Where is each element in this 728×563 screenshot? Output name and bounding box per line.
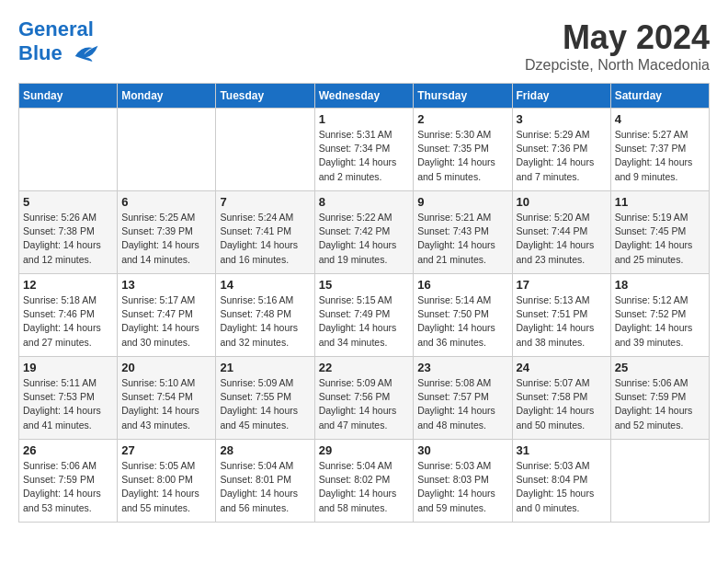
- logo-general: General: [18, 17, 94, 40]
- calendar-cell: 23Sunrise: 5:08 AMSunset: 7:57 PMDayligh…: [414, 357, 512, 440]
- day-info: Sunrise: 5:29 AMSunset: 7:36 PMDaylight:…: [517, 128, 607, 184]
- calendar-cell: 5Sunrise: 5:26 AMSunset: 7:38 PMDaylight…: [19, 191, 118, 274]
- calendar-cell: 18Sunrise: 5:12 AMSunset: 7:52 PMDayligh…: [610, 274, 709, 357]
- day-number: 31: [517, 443, 607, 457]
- day-number: 19: [23, 361, 113, 374]
- calendar-cell: [610, 440, 709, 523]
- day-info: Sunrise: 5:06 AMSunset: 7:59 PMDaylight:…: [23, 459, 113, 515]
- day-number: 5: [23, 195, 113, 209]
- day-number: 15: [319, 278, 410, 292]
- calendar-cell: 31Sunrise: 5:03 AMSunset: 8:04 PMDayligh…: [512, 440, 610, 523]
- header-day-sunday: Sunday: [19, 84, 118, 109]
- calendar-cell: 22Sunrise: 5:09 AMSunset: 7:56 PMDayligh…: [314, 357, 414, 440]
- day-info: Sunrise: 5:03 AMSunset: 8:03 PMDaylight:…: [417, 459, 507, 515]
- day-number: 7: [220, 195, 310, 209]
- calendar-table: SundayMondayTuesdayWednesdayThursdayFrid…: [18, 83, 710, 523]
- week-row-5: 26Sunrise: 5:06 AMSunset: 7:59 PMDayligh…: [19, 440, 710, 523]
- calendar-cell: 24Sunrise: 5:07 AMSunset: 7:58 PMDayligh…: [512, 357, 610, 440]
- day-info: Sunrise: 5:25 AMSunset: 7:39 PMDaylight:…: [121, 211, 211, 267]
- day-info: Sunrise: 5:30 AMSunset: 7:35 PMDaylight:…: [417, 128, 507, 184]
- day-info: Sunrise: 5:09 AMSunset: 7:56 PMDaylight:…: [319, 376, 410, 432]
- day-info: Sunrise: 5:05 AMSunset: 8:00 PMDaylight:…: [121, 459, 211, 515]
- logo: General Blue: [18, 18, 99, 68]
- location-title: Dzepciste, North Macedonia: [525, 57, 710, 74]
- day-info: Sunrise: 5:31 AMSunset: 7:34 PMDaylight:…: [319, 128, 410, 184]
- calendar-cell: 11Sunrise: 5:19 AMSunset: 7:45 PMDayligh…: [610, 191, 709, 274]
- day-number: 30: [417, 443, 507, 457]
- day-info: Sunrise: 5:14 AMSunset: 7:50 PMDaylight:…: [417, 293, 507, 350]
- day-number: 18: [615, 278, 705, 292]
- day-number: 11: [615, 195, 705, 209]
- day-number: 1: [319, 112, 410, 126]
- day-info: Sunrise: 5:19 AMSunset: 7:45 PMDaylight:…: [615, 211, 705, 267]
- calendar-cell: 10Sunrise: 5:20 AMSunset: 7:44 PMDayligh…: [512, 191, 610, 274]
- calendar-cell: 4Sunrise: 5:27 AMSunset: 7:37 PMDaylight…: [610, 109, 709, 191]
- header-day-thursday: Thursday: [414, 84, 512, 109]
- day-number: 28: [220, 443, 310, 457]
- day-number: 20: [121, 361, 211, 374]
- day-number: 6: [121, 195, 211, 209]
- calendar-cell: 28Sunrise: 5:04 AMSunset: 8:01 PMDayligh…: [216, 440, 314, 523]
- month-year-title: May 2024: [525, 18, 710, 57]
- day-info: Sunrise: 5:10 AMSunset: 7:54 PMDaylight:…: [121, 376, 211, 432]
- calendar-cell: 27Sunrise: 5:05 AMSunset: 8:00 PMDayligh…: [118, 440, 216, 523]
- calendar-cell: 26Sunrise: 5:06 AMSunset: 7:59 PMDayligh…: [19, 440, 118, 523]
- day-info: Sunrise: 5:12 AMSunset: 7:52 PMDaylight:…: [615, 293, 705, 350]
- calendar-cell: [19, 109, 118, 191]
- day-number: 22: [319, 361, 410, 374]
- day-info: Sunrise: 5:08 AMSunset: 7:57 PMDaylight:…: [417, 376, 507, 432]
- day-number: 12: [23, 278, 113, 292]
- week-row-1: 1Sunrise: 5:31 AMSunset: 7:34 PMDaylight…: [19, 109, 710, 191]
- logo-bird-icon: [72, 40, 99, 68]
- header-day-tuesday: Tuesday: [216, 84, 314, 109]
- day-number: 9: [417, 195, 507, 209]
- logo-blue: Blue: [18, 41, 63, 64]
- header-day-saturday: Saturday: [610, 84, 709, 109]
- week-row-2: 5Sunrise: 5:26 AMSunset: 7:38 PMDaylight…: [19, 191, 710, 274]
- day-number: 13: [121, 278, 211, 292]
- calendar-cell: 1Sunrise: 5:31 AMSunset: 7:34 PMDaylight…: [314, 109, 414, 191]
- day-info: Sunrise: 5:16 AMSunset: 7:48 PMDaylight:…: [220, 293, 310, 350]
- day-info: Sunrise: 5:24 AMSunset: 7:41 PMDaylight:…: [220, 211, 310, 267]
- day-number: 27: [121, 443, 211, 457]
- week-row-4: 19Sunrise: 5:11 AMSunset: 7:53 PMDayligh…: [19, 357, 710, 440]
- calendar-cell: 6Sunrise: 5:25 AMSunset: 7:39 PMDaylight…: [118, 191, 216, 274]
- calendar-cell: [216, 109, 314, 191]
- calendar-cell: 7Sunrise: 5:24 AMSunset: 7:41 PMDaylight…: [216, 191, 314, 274]
- day-info: Sunrise: 5:04 AMSunset: 8:02 PMDaylight:…: [319, 459, 410, 515]
- day-info: Sunrise: 5:20 AMSunset: 7:44 PMDaylight:…: [517, 211, 607, 267]
- day-number: 17: [517, 278, 607, 292]
- day-number: 8: [319, 195, 410, 209]
- calendar-cell: 25Sunrise: 5:06 AMSunset: 7:59 PMDayligh…: [610, 357, 709, 440]
- calendar-cell: 13Sunrise: 5:17 AMSunset: 7:47 PMDayligh…: [118, 274, 216, 357]
- day-info: Sunrise: 5:07 AMSunset: 7:58 PMDaylight:…: [517, 376, 607, 432]
- calendar-cell: 20Sunrise: 5:10 AMSunset: 7:54 PMDayligh…: [118, 357, 216, 440]
- day-info: Sunrise: 5:26 AMSunset: 7:38 PMDaylight:…: [23, 211, 113, 267]
- calendar-cell: 8Sunrise: 5:22 AMSunset: 7:42 PMDaylight…: [314, 191, 414, 274]
- title-block: May 2024 Dzepciste, North Macedonia: [525, 18, 710, 74]
- day-number: 26: [23, 443, 113, 457]
- calendar-cell: [118, 109, 216, 191]
- calendar-cell: 12Sunrise: 5:18 AMSunset: 7:46 PMDayligh…: [19, 274, 118, 357]
- day-info: Sunrise: 5:21 AMSunset: 7:43 PMDaylight:…: [417, 211, 507, 267]
- day-info: Sunrise: 5:18 AMSunset: 7:46 PMDaylight:…: [23, 293, 113, 350]
- day-number: 23: [417, 361, 507, 374]
- header-row: SundayMondayTuesdayWednesdayThursdayFrid…: [19, 84, 710, 109]
- day-number: 29: [319, 443, 410, 457]
- calendar-cell: 9Sunrise: 5:21 AMSunset: 7:43 PMDaylight…: [414, 191, 512, 274]
- calendar-cell: 14Sunrise: 5:16 AMSunset: 7:48 PMDayligh…: [216, 274, 314, 357]
- calendar-cell: 29Sunrise: 5:04 AMSunset: 8:02 PMDayligh…: [314, 440, 414, 523]
- calendar-cell: 19Sunrise: 5:11 AMSunset: 7:53 PMDayligh…: [19, 357, 118, 440]
- calendar-body: 1Sunrise: 5:31 AMSunset: 7:34 PMDaylight…: [19, 109, 710, 523]
- week-row-3: 12Sunrise: 5:18 AMSunset: 7:46 PMDayligh…: [19, 274, 710, 357]
- day-number: 3: [517, 112, 607, 126]
- day-info: Sunrise: 5:11 AMSunset: 7:53 PMDaylight:…: [23, 376, 113, 432]
- header-day-wednesday: Wednesday: [314, 84, 414, 109]
- day-info: Sunrise: 5:15 AMSunset: 7:49 PMDaylight:…: [319, 293, 410, 350]
- day-info: Sunrise: 5:06 AMSunset: 7:59 PMDaylight:…: [615, 376, 705, 432]
- day-number: 2: [417, 112, 507, 126]
- day-info: Sunrise: 5:04 AMSunset: 8:01 PMDaylight:…: [220, 459, 310, 515]
- day-info: Sunrise: 5:22 AMSunset: 7:42 PMDaylight:…: [319, 211, 410, 267]
- page-header: General Blue May 2024 Dzepciste, North M…: [18, 18, 710, 74]
- day-number: 16: [417, 278, 507, 292]
